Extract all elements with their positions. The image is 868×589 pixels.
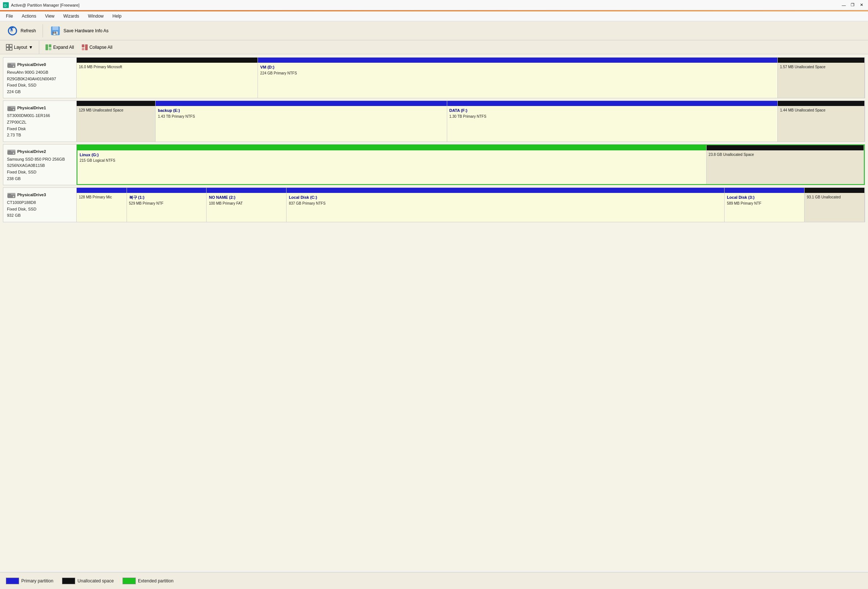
layout-button[interactable]: Layout ▼ — [3, 43, 36, 52]
disk-info-1: PhysicalDrive1 ST3000DM001-1ER166 Z7P00C… — [3, 101, 77, 141]
layout-label: Layout — [14, 45, 27, 50]
save-hw-label: Save Hardware Info As — [63, 28, 109, 33]
disk-info-2: PhysicalDrive2 Samsung SSD 850 PRO 256GB… — [3, 145, 77, 185]
partition-block-2-1[interactable]: 23.8 GB Unallocated Space — [707, 145, 864, 184]
save-hw-icon: 💾 — [50, 25, 61, 37]
collapse-all-label: Collapse All — [90, 45, 113, 50]
toolbar-separator — [43, 24, 43, 37]
refresh-button[interactable]: ↻ Refresh — [3, 24, 40, 38]
svg-point-25 — [13, 109, 14, 111]
refresh-icon: ↻ — [7, 25, 18, 37]
disk-info-0: PhysicalDrive0 RevuAhn 900G 240GB R29GB0… — [3, 58, 77, 98]
partition-block-1-0[interactable]: 129 MB Unallocated Space — [77, 101, 155, 141]
disk-row-3: PhysicalDrive3 CT1000P188D8 Fixed Disk, … — [3, 187, 865, 222]
layout-separator — [39, 41, 39, 54]
app-icon: ⊙ — [3, 2, 9, 8]
collapse-all-button[interactable]: Collapse All — [78, 43, 115, 52]
expand-all-label: Expand All — [53, 45, 74, 50]
close-button[interactable]: ✕ — [858, 1, 865, 9]
svg-text:💾: 💾 — [52, 31, 57, 35]
disk-partitions-0: 16.0 MB Primary MicrosoftVM (D:)224 GB P… — [77, 58, 865, 98]
svg-rect-14 — [49, 44, 52, 47]
partition-block-3-3[interactable]: Local Disk (C:)837 GB Primary NTFS — [286, 188, 725, 222]
menubar: File Actions View Wizards Window Help — [0, 11, 868, 21]
app-title: Active@ Partition Manager [Freeware] — [11, 3, 840, 7]
partition-block-3-1[interactable]: 복구 (1:)529 MB Primary NTF — [127, 188, 207, 222]
partition-block-3-5[interactable]: 93.1 GB Unallocated — [805, 188, 865, 222]
collapse-all-icon — [81, 44, 88, 51]
svg-rect-17 — [82, 48, 84, 50]
partition-block-2-0[interactable]: Linux (G:)215 GB Logical NTFS — [77, 145, 707, 184]
toolbar: ↻ Refresh 💾 Save Hardware Info As — [0, 21, 868, 40]
extended-wrapper-2: Linux (G:)215 GB Logical NTFS23.8 GB Una… — [77, 145, 865, 185]
svg-rect-34 — [8, 194, 11, 195]
menu-help[interactable]: Help — [108, 12, 126, 20]
disk-row-2: PhysicalDrive2 Samsung SSD 850 PRO 256GB… — [3, 144, 865, 185]
svg-rect-26 — [8, 107, 11, 108]
disk-partitions-1: 129 MB Unallocated Spacebackup (E:)1.43 … — [77, 101, 865, 141]
restore-button[interactable]: ❐ — [849, 1, 856, 9]
disk-row-0: PhysicalDrive0 RevuAhn 900G 240GB R29GB0… — [3, 57, 865, 98]
menu-file[interactable]: File — [1, 12, 17, 20]
layout-toolbar: Layout ▼ Expand All Collapse All — [0, 40, 868, 54]
layout-icon — [6, 44, 12, 51]
window-controls: — ❐ ✕ — [840, 1, 865, 9]
menu-window[interactable]: Window — [84, 12, 108, 20]
partition-block-0-1[interactable]: VM (D:)224 GB Primary NTFS — [258, 58, 778, 98]
refresh-label: Refresh — [21, 28, 36, 33]
svg-rect-18 — [85, 44, 88, 50]
disk-partitions-3: 128 MB Primary Mic복구 (1:)529 MB Primary … — [77, 188, 865, 222]
svg-rect-12 — [10, 48, 12, 50]
menu-wizards[interactable]: Wizards — [59, 12, 84, 20]
svg-rect-6 — [52, 27, 58, 30]
svg-rect-16 — [82, 44, 84, 47]
partition-block-3-0[interactable]: 128 MB Primary Mic — [77, 188, 127, 222]
partition-block-0-0[interactable]: 16.0 MB Primary Microsoft — [77, 58, 258, 98]
minimize-button[interactable]: — — [840, 1, 847, 9]
svg-point-29 — [13, 152, 14, 154]
disk-partitions-2: Linux (G:)215 GB Logical NTFS23.8 GB Una… — [77, 145, 865, 185]
expand-all-icon — [45, 44, 52, 51]
main-content: PhysicalDrive0 RevuAhn 900G 240GB R29GB0… — [0, 54, 868, 571]
svg-rect-30 — [8, 151, 11, 152]
partition-block-1-2[interactable]: DATA (F:)1.30 TB Primary NTFS — [447, 101, 778, 141]
partition-block-0-2[interactable]: 1.57 MB Unallocated Space — [778, 58, 865, 98]
disk-info-3: PhysicalDrive3 CT1000P188D8 Fixed Disk, … — [3, 188, 77, 222]
svg-rect-15 — [49, 48, 52, 50]
menu-actions[interactable]: Actions — [17, 12, 40, 20]
partition-block-3-4[interactable]: Local Disk (3:)589 MB Primary NTF — [725, 188, 805, 222]
menu-view[interactable]: View — [41, 12, 59, 20]
svg-point-21 — [13, 66, 14, 67]
svg-text:↻: ↻ — [10, 29, 13, 33]
svg-point-33 — [13, 196, 14, 197]
disk-row-1: PhysicalDrive1 ST3000DM001-1ER166 Z7P00C… — [3, 100, 865, 142]
svg-rect-13 — [46, 44, 48, 50]
titlebar: ⊙ Active@ Partition Manager [Freeware] —… — [0, 0, 868, 10]
save-hw-button[interactable]: 💾 Save Hardware Info As — [46, 24, 112, 38]
svg-rect-10 — [10, 44, 12, 47]
partition-block-1-1[interactable]: backup (E:)1.43 TB Primary NTFS — [155, 101, 447, 141]
svg-rect-22 — [8, 64, 11, 65]
svg-rect-9 — [6, 44, 9, 47]
partition-block-3-2[interactable]: NO NAME (2:)100 MB Primary FAT — [207, 188, 286, 222]
expand-all-button[interactable]: Expand All — [42, 43, 77, 52]
svg-text:⊙: ⊙ — [4, 3, 7, 7]
layout-dropdown-icon: ▼ — [29, 45, 33, 50]
svg-rect-11 — [6, 48, 9, 50]
partition-block-1-3[interactable]: 1.44 MB Unallocated Space — [778, 101, 865, 141]
